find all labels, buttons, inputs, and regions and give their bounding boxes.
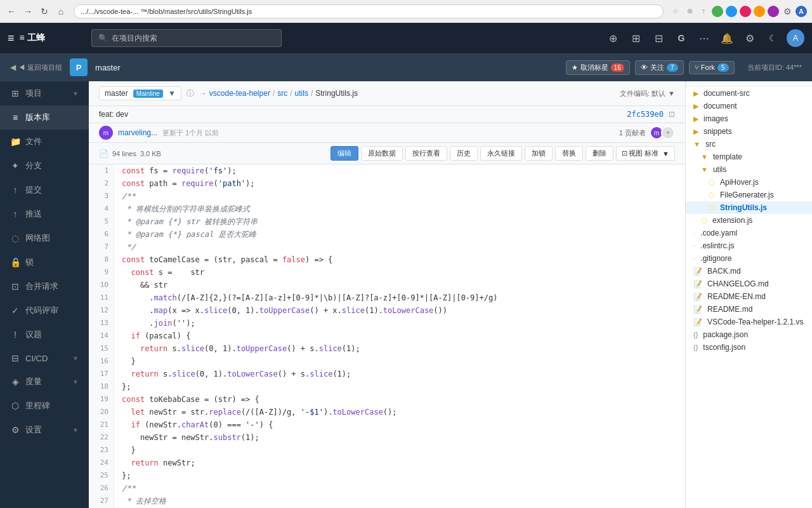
code-line[interactable]: }; xyxy=(114,469,685,482)
tree-item[interactable]: ⬡extension.js xyxy=(686,214,812,227)
code-line[interactable]: .join(''); xyxy=(114,317,685,330)
code-line[interactable]: && str xyxy=(114,279,685,291)
contributor-more-btn[interactable]: + xyxy=(661,126,675,140)
watch-badge-btn[interactable]: 👁 关注 7 xyxy=(635,60,684,75)
code-line[interactable]: .map(x => x.slice(0, 1).toUpperCase() + … xyxy=(114,304,685,317)
view-toggle-btn[interactable]: ⊡ 视图 标准 ▼ xyxy=(616,146,675,161)
nav-icon-dots[interactable]: ⋯ xyxy=(695,29,713,47)
browser-icon-profile[interactable]: A xyxy=(796,6,807,17)
tree-item[interactable]: ▼template xyxy=(686,150,812,163)
tree-item[interactable]: ⬡StringUtils.js xyxy=(686,201,812,214)
browser-icon-star[interactable]: ☆ xyxy=(670,6,681,17)
home-button[interactable]: ⌂ xyxy=(55,5,67,18)
tree-item[interactable]: ▼src xyxy=(686,138,812,150)
tree-item[interactable]: 📝VSCode-Tea-helper-1.2.1.vs xyxy=(686,316,812,328)
browser-icon-1[interactable]: ⊕ xyxy=(684,6,695,17)
star-badge-btn[interactable]: ★ 取消标星 16 xyxy=(566,60,630,75)
sidebar-item-cicd[interactable]: ⊟ CI/CD ▼ xyxy=(0,347,89,370)
code-line[interactable]: let newStr = str.replace(/([A-Z])/g, '-$… xyxy=(114,406,685,418)
browser-icon-2[interactable]: T xyxy=(698,6,709,17)
code-line[interactable]: return s.slice(0, 1).toUpperCase() + s.s… xyxy=(114,342,685,355)
tree-item[interactable]: ▼utils xyxy=(686,163,812,176)
sidebar-item-metrics[interactable]: ◈ 度量 ▼ xyxy=(0,370,89,394)
code-line[interactable]: } xyxy=(114,355,685,368)
sidebar-item-settings[interactable]: ⚙ 设置 ▼ xyxy=(0,418,89,442)
search-box[interactable]: 🔍 在项目内搜索 xyxy=(91,29,282,47)
file-encoding[interactable]: 文件编码: 默认 ▼ xyxy=(620,89,675,98)
tree-item[interactable]: ·.eslintrc.js xyxy=(686,239,812,252)
code-line[interactable]: const fs = require('fs'); xyxy=(114,164,685,177)
branch-selector[interactable]: master Mainline ▼ xyxy=(99,86,181,100)
sidebar-item-push[interactable]: ↑ 推送 xyxy=(0,202,89,226)
nav-icon-grid[interactable]: ⊞ xyxy=(627,29,645,47)
lock-btn[interactable]: 加锁 xyxy=(525,146,553,161)
sidebar-item-review[interactable]: ✓ 代码评审 xyxy=(0,298,89,323)
tree-item[interactable]: ·.gitignore xyxy=(686,252,812,265)
tree-item[interactable]: {}tsconfig.json xyxy=(686,341,812,354)
history-btn[interactable]: 历史 xyxy=(450,146,478,161)
sidebar-item-commit[interactable]: ↑ 提交 xyxy=(0,178,89,202)
code-line[interactable]: * 去掉空格 xyxy=(114,495,685,507)
nav-icon-bell[interactable]: 🔔 xyxy=(718,29,736,47)
code-line[interactable]: const s = str xyxy=(114,266,685,279)
edit-btn[interactable]: 编辑 xyxy=(331,146,358,161)
sidebar-item-issues[interactable]: ! 议题 xyxy=(0,323,89,347)
code-line[interactable]: if (newStr.charAt(0) === '-') { xyxy=(114,418,685,431)
browser-icon-ext[interactable]: ⚙ xyxy=(782,6,793,17)
nav-icon-theme[interactable]: ☾ xyxy=(764,29,782,47)
nav-icon-merge[interactable]: ⊟ xyxy=(650,29,667,47)
code-line[interactable]: if (pascal) { xyxy=(114,330,685,342)
tree-item[interactable]: {}package.json xyxy=(686,328,812,341)
code-line[interactable]: /** xyxy=(114,190,685,203)
author-avatar[interactable]: m xyxy=(99,126,113,140)
back-project-btn[interactable]: ◀ ◀ 返回项目组 xyxy=(10,63,62,72)
code-line[interactable]: } xyxy=(114,444,685,457)
path-repo[interactable]: vscode-tea-helper xyxy=(209,89,270,98)
sidebar-item-milestone[interactable]: ⬡ 里程碑 xyxy=(0,394,89,418)
tree-item[interactable]: ▶images xyxy=(686,112,812,125)
code-line[interactable]: const toCamelCase = (str, pascal = false… xyxy=(114,253,685,266)
forward-button[interactable]: → xyxy=(22,5,34,18)
sidebar-item-files[interactable]: 📁 文件 xyxy=(0,130,89,154)
code-line[interactable]: return newStr; xyxy=(114,457,685,469)
tree-item[interactable]: 📝BACK.md xyxy=(686,265,812,277)
nav-icon-add[interactable]: ⊕ xyxy=(604,29,622,47)
tree-item[interactable]: 📝CHANGELOG.md xyxy=(686,277,812,290)
code-line[interactable]: }; xyxy=(114,380,685,393)
tree-item[interactable]: ⬡ApiHover.js xyxy=(686,176,812,189)
nav-icon-g[interactable]: G xyxy=(672,29,690,47)
code-line[interactable]: newStr = newStr.substr(1); xyxy=(114,431,685,444)
path-src[interactable]: src xyxy=(277,89,287,98)
code-line[interactable]: * @param {*} pascal 是否大驼峰 xyxy=(114,228,685,241)
code-line[interactable]: * 将横线分割的字符串装换成驼峰式 xyxy=(114,203,685,215)
user-avatar[interactable]: A xyxy=(787,29,804,47)
tree-item[interactable]: 📝README-EN.md xyxy=(686,290,812,303)
tree-item[interactable]: ⬡FileGenerater.js xyxy=(686,189,812,201)
delete-btn[interactable]: 删除 xyxy=(586,146,613,161)
sidebar-item-lock[interactable]: 🔒 锁 xyxy=(0,250,89,274)
sidebar-item-branch[interactable]: ✦ 分支 xyxy=(0,154,89,178)
tree-item[interactable]: ▶document-src xyxy=(686,87,812,100)
back-button[interactable]: ← xyxy=(5,5,18,18)
commit-hash[interactable]: 2fc539e0 xyxy=(627,110,664,119)
sidebar-item-merge[interactable]: ⊡ 合并请求 xyxy=(0,274,89,298)
sidebar-item-repo[interactable]: ≡ 版本库 xyxy=(0,105,89,130)
branch-info-icon[interactable]: ⓘ xyxy=(187,88,194,99)
tree-item[interactable]: ▶document xyxy=(686,100,812,112)
nav-icon-settings[interactable]: ⚙ xyxy=(741,29,759,47)
refresh-button[interactable]: ↻ xyxy=(38,5,51,18)
sidebar-item-project[interactable]: ⊞ 项目 ▼ xyxy=(0,81,89,105)
permalink-btn[interactable]: 永久链接 xyxy=(480,146,522,161)
code-line[interactable]: * @param {*} str 被转换的字符串 xyxy=(114,215,685,228)
code-line[interactable]: /** xyxy=(114,482,685,495)
address-bar[interactable]: .../.../vscode-tea-... ™/blob/master/src… xyxy=(74,4,664,18)
code-line[interactable]: */ xyxy=(114,241,685,253)
tree-item[interactable]: 📝README.md xyxy=(686,303,812,316)
replace-btn[interactable]: 替换 xyxy=(555,146,583,161)
code-line[interactable]: const path = require('path'); xyxy=(114,177,685,190)
hamburger-icon[interactable]: ≡ xyxy=(8,32,15,45)
fork-badge-btn[interactable]: ⑂ Fork 5 xyxy=(689,61,735,74)
tree-item[interactable]: ·.code.yaml xyxy=(686,227,812,239)
commit-copy-icon[interactable]: ⊡ xyxy=(669,110,675,119)
tree-item[interactable]: ▶snippets xyxy=(686,125,812,138)
